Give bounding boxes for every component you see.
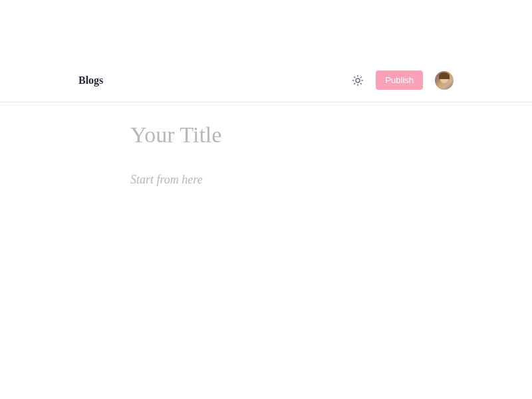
svg-point-0: [356, 78, 360, 82]
sun-icon[interactable]: [352, 74, 364, 86]
navbar: Blogs Publish: [0, 59, 532, 102]
title-input[interactable]: [130, 122, 463, 148]
content-input[interactable]: [130, 173, 463, 187]
brand-link[interactable]: Blogs: [78, 74, 103, 86]
publish-button[interactable]: Publish: [376, 70, 423, 90]
editor-container: [0, 102, 532, 190]
nav-right: Publish: [352, 70, 505, 90]
nav-left: Blogs: [27, 74, 103, 86]
avatar[interactable]: [435, 71, 454, 90]
